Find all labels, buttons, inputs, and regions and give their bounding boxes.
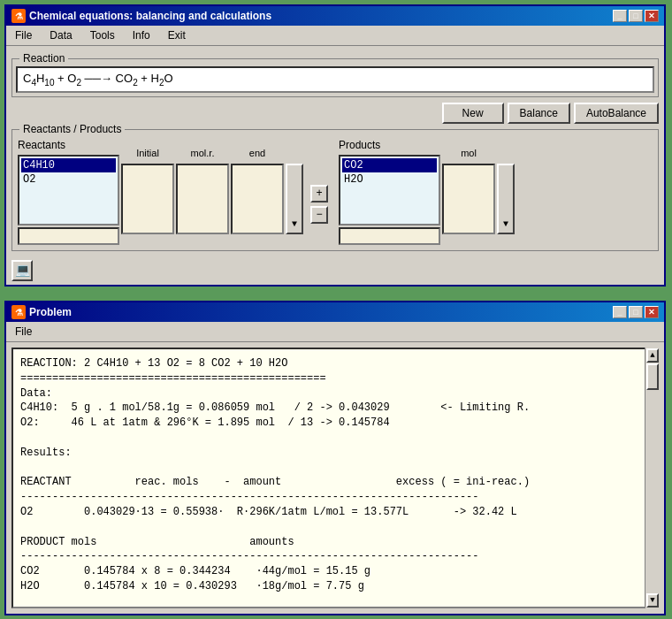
- problem-title-controls: _ □ ✕: [613, 306, 659, 318]
- mol-label: mol: [459, 148, 478, 158]
- title-bar-left: ⚗ Chemical equations: balancing and calc…: [11, 9, 271, 23]
- problem-menu-file[interactable]: File: [10, 324, 37, 340]
- scrollbar-thumb[interactable]: [646, 363, 659, 390]
- end-label: end: [248, 148, 267, 158]
- product-input[interactable]: [339, 227, 440, 245]
- balance-button[interactable]: Balance: [508, 103, 570, 124]
- formula-h10-sub10: 10: [44, 78, 54, 88]
- scrollbar-up-btn[interactable]: ▲: [646, 348, 659, 363]
- initial-label: Initial: [134, 148, 161, 158]
- bottom-bar: 💻: [6, 256, 664, 285]
- problem-title-left: ⚗ Problem: [11, 305, 72, 319]
- product-h2o[interactable]: H2O: [342, 172, 437, 187]
- products-list-col: CO2 H2O: [339, 155, 440, 245]
- reactant-c4h10[interactable]: C4H10: [21, 158, 116, 172]
- reactants-group: Reactants C4H10 O2 Initial: [18, 139, 303, 245]
- problem-text-wrapper: REACTION: 2 C4H10 + 13 O2 = 8 CO2 + 10 H…: [11, 348, 659, 608]
- problem-scrollbar[interactable]: ▲ ▼: [645, 348, 659, 608]
- menu-exit[interactable]: Exit: [163, 27, 191, 43]
- close-button[interactable]: ✕: [645, 10, 659, 22]
- formula-c4: C: [23, 72, 31, 85]
- problem-content: REACTION: 2 C4H10 + 13 O2 = 8 CO2 + 10 H…: [6, 342, 664, 614]
- reactants-list[interactable]: C4H10 O2: [18, 155, 119, 225]
- problem-maximize-button[interactable]: □: [629, 306, 643, 318]
- new-button[interactable]: New: [442, 103, 504, 124]
- products-scroll-btn[interactable]: ▼: [497, 164, 515, 234]
- products-columns: CO2 H2O mol ▼: [339, 155, 515, 245]
- formula-plus1: + O: [54, 72, 76, 85]
- reaction-section: Reaction C4H10 + O2 ──→ CO2 + H2O: [11, 58, 659, 97]
- menu-tools[interactable]: Tools: [85, 27, 120, 43]
- title-controls: _ □ ✕: [613, 10, 659, 22]
- mol-values: [442, 164, 495, 234]
- rp-label: Reactants / Products: [19, 123, 125, 135]
- menu-info[interactable]: Info: [127, 27, 156, 43]
- product-co2[interactable]: CO2: [342, 158, 437, 172]
- problem-menu-bar: File: [6, 322, 664, 342]
- formula-h10: H: [36, 72, 44, 85]
- initial-values: [121, 164, 174, 234]
- mol-col: mol: [442, 155, 495, 245]
- main-title-bar: ⚗ Chemical equations: balancing and calc…: [6, 6, 664, 26]
- minimize-button[interactable]: _: [613, 10, 627, 22]
- problem-window-title: Problem: [29, 306, 72, 318]
- formula-plus3: + H: [138, 72, 159, 85]
- main-content: Reaction C4H10 + O2 ──→ CO2 + H2O New Ba…: [6, 46, 664, 256]
- molr-col: mol.r.: [176, 155, 229, 245]
- menu-data[interactable]: Data: [44, 27, 77, 43]
- app-icon: ⚗: [11, 9, 26, 23]
- products-group: Products CO2 H2O mol: [339, 139, 515, 245]
- main-window: ⚗ Chemical equations: balancing and calc…: [4, 4, 666, 287]
- problem-close-button[interactable]: ✕: [645, 306, 659, 318]
- add-button[interactable]: +: [310, 185, 328, 203]
- formula-o-end: O: [164, 72, 172, 85]
- end-col: end: [231, 155, 284, 245]
- reactants-scroll-btn[interactable]: ▼: [286, 164, 303, 234]
- problem-text: REACTION: 2 C4H10 + 13 O2 = 8 CO2 + 10 H…: [20, 356, 650, 594]
- products-list[interactable]: CO2 H2O: [339, 155, 440, 225]
- add-remove-buttons: + −: [310, 139, 328, 245]
- menu-file[interactable]: File: [10, 27, 37, 43]
- problem-text-area[interactable]: REACTION: 2 C4H10 + 13 O2 = 8 CO2 + 10 H…: [11, 348, 659, 608]
- maximize-button[interactable]: □: [629, 10, 643, 22]
- problem-title-bar: ⚗ Problem _ □ ✕: [6, 302, 664, 322]
- end-values: [231, 164, 284, 234]
- reactants-list-col: C4H10 O2: [18, 155, 119, 245]
- formula-arrow: ──→ CO: [81, 72, 133, 85]
- reactants-columns: C4H10 O2 Initial mol.r.: [18, 155, 303, 245]
- problem-minimize-button[interactable]: _: [613, 306, 627, 318]
- rp-inner: Reactants C4H10 O2 Initial: [18, 139, 653, 245]
- main-window-title: Chemical equations: balancing and calcul…: [29, 10, 271, 22]
- reactant-input[interactable]: [18, 227, 119, 245]
- reactant-o2[interactable]: O2: [21, 172, 116, 187]
- molr-label: mol.r.: [189, 148, 217, 158]
- problem-icon: ⚗: [11, 305, 26, 319]
- scrollbar-down-btn[interactable]: ▼: [646, 593, 659, 608]
- products-label: Products: [339, 139, 515, 151]
- main-menu-bar: File Data Tools Info Exit: [6, 26, 664, 46]
- autobalance-button[interactable]: AutoBalance: [574, 103, 659, 124]
- molr-values: [176, 164, 229, 234]
- reaction-label: Reaction: [19, 52, 68, 65]
- status-icon: 💻: [11, 260, 33, 281]
- initial-col: Initial: [121, 155, 174, 245]
- reaction-formula-display[interactable]: C4H10 + O2 ──→ CO2 + H2O: [16, 66, 654, 93]
- buttons-row: New Balance AutoBalance: [11, 103, 659, 124]
- rp-section: Reactants / Products Reactants C4H10 O2: [11, 129, 659, 251]
- problem-window: ⚗ Problem _ □ ✕ File REACTION: 2 C4H10 +…: [4, 301, 666, 615]
- remove-button[interactable]: −: [310, 206, 328, 224]
